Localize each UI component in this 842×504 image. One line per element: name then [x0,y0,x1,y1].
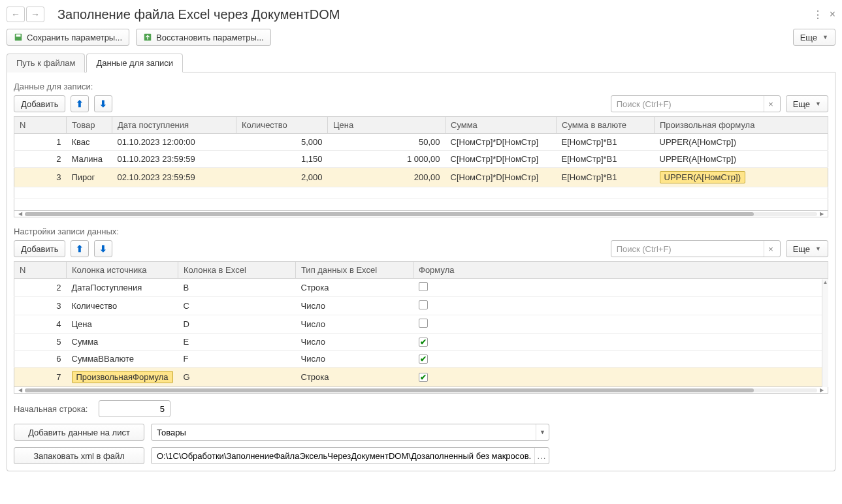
settings-table[interactable]: N Колонка источника Колонка в Excel Тип … [14,261,828,387]
table-row[interactable]: 6СуммаВВалютеFЧисло✔ [14,351,828,368]
cell-excel[interactable]: D [178,315,296,334]
cell-src[interactable]: Сумма [67,334,178,351]
settings-search-clear-icon[interactable]: × [764,241,778,257]
cell-date[interactable]: 01.10.2023 12:00:00 [112,134,236,151]
cell-excel[interactable]: C [178,297,296,315]
settings-move-down-button[interactable]: ⬇ [94,240,112,257]
data-more-button[interactable]: Еще ▼ [786,95,828,112]
data-search-input[interactable] [611,95,781,112]
col-formula[interactable]: Произвольная формула [655,117,828,134]
data-add-button[interactable]: Добавить [14,95,65,112]
col-qty[interactable]: Количество [236,117,328,134]
col-product[interactable]: Товар [67,117,112,134]
formula-checkbox[interactable]: ✔ [419,354,428,364]
start-row-input[interactable] [99,400,170,417]
cell-n[interactable]: 1 [14,134,67,151]
file-path-input[interactable] [151,447,549,464]
cell-formula[interactable]: UPPER(A[НомСтр]) [655,151,828,168]
cell-formula[interactable]: UPPER(A[НомСтр]) [660,171,745,183]
cell-formula[interactable]: UPPER(A[НомСтр]) [655,134,828,151]
cell-price[interactable]: 1 000,00 [328,151,445,168]
cell-date[interactable]: 01.10.2023 23:59:59 [112,151,236,168]
data-move-up-button[interactable]: ⬆ [71,95,89,112]
formula-checkbox[interactable] [419,282,428,291]
formula-checkbox[interactable] [419,319,428,328]
col-sum-cur[interactable]: Сумма в валюте [557,117,655,134]
cell-type[interactable]: Число [296,334,413,351]
cell-excel[interactable]: F [178,351,296,368]
col-date[interactable]: Дата поступления [112,117,236,134]
settings-vscroll[interactable]: ▲ [822,279,828,387]
save-params-button[interactable]: Сохранить параметры... [7,29,129,46]
scol-src[interactable]: Колонка источника [67,262,178,279]
table-row[interactable]: 1Квас01.10.2023 12:00:005,00050,00C[НомС… [14,134,828,151]
cell-sumcur[interactable]: E[НомСтр]*B1 [557,151,655,168]
cell-n[interactable]: 3 [14,297,67,315]
nav-back-button[interactable]: ← [7,7,25,22]
cell-type[interactable]: Строка [296,368,413,387]
cell-n[interactable]: 5 [14,334,67,351]
cell-date[interactable]: 02.10.2023 23:59:59 [112,168,236,187]
settings-more-button[interactable]: Еще ▼ [786,240,828,257]
cell-type[interactable]: Число [296,315,413,334]
sheet-dropdown-icon[interactable]: ▼ [536,424,549,440]
col-price[interactable]: Цена [328,117,445,134]
col-n[interactable]: N [14,117,67,134]
formula-checkbox[interactable]: ✔ [419,373,428,382]
scol-formula[interactable]: Формула [413,262,828,279]
file-browse-icon[interactable]: ... [534,448,549,464]
cell-qty[interactable]: 2,000 [236,168,328,187]
settings-hscroll[interactable]: ◀ ▶ [14,387,828,394]
settings-search-input[interactable] [611,240,781,257]
nav-forward-button[interactable]: → [26,7,44,22]
cell-sumcur[interactable]: E[НомСтр]*B1 [557,168,655,187]
data-search-clear-icon[interactable]: × [764,96,778,112]
cell-type[interactable]: Число [296,351,413,368]
cell-excel[interactable]: E [178,334,296,351]
table-row[interactable]: 3КоличествоCЧисло [14,297,828,315]
kebab-icon[interactable]: ⋮ [813,8,823,21]
cell-src[interactable]: Количество [67,297,178,315]
cell-excel[interactable]: B [178,279,296,297]
cell-n[interactable]: 6 [14,351,67,368]
cell-src[interactable]: ПроизвольнаяФормула [72,371,173,383]
cell-sumcur[interactable]: E[НомСтр]*B1 [557,134,655,151]
scol-type[interactable]: Тип данных в Excel [296,262,413,279]
cell-type[interactable]: Число [296,297,413,315]
cell-n[interactable]: 2 [14,151,67,168]
pack-xml-button[interactable]: Запаковать xml в файл [14,447,144,464]
settings-add-button[interactable]: Добавить [14,240,65,257]
scol-excel[interactable]: Колонка в Excel [178,262,296,279]
settings-move-up-button[interactable]: ⬆ [71,240,89,257]
cell-n[interactable]: 4 [14,315,67,334]
sheet-name-input[interactable] [151,424,549,441]
cell-qty[interactable]: 1,150 [236,151,328,168]
table-row[interactable]: 5СуммаEЧисло✔ [14,334,828,351]
cell-src[interactable]: СуммаВВалюте [67,351,178,368]
tab-data[interactable]: Данные для записи [86,54,183,72]
data-move-down-button[interactable]: ⬇ [94,95,112,112]
table-row[interactable]: 3Пирог02.10.2023 23:59:592,000200,00C[Но… [14,168,828,187]
cell-price[interactable]: 50,00 [328,134,445,151]
table-row[interactable]: 4ЦенаDЧисло [14,315,828,334]
table-row[interactable]: 7ПроизвольнаяФормулаGСтрока✔ [14,368,828,387]
data-table[interactable]: N Товар Дата поступления Количество Цена… [14,116,828,211]
cell-excel[interactable]: G [178,368,296,387]
cell-qty[interactable]: 5,000 [236,134,328,151]
cell-sum[interactable]: C[НомСтр]*D[НомСтр] [445,168,557,187]
tab-path[interactable]: Путь к файлам [7,54,85,72]
more-button-top[interactable]: Еще ▼ [793,29,835,46]
cell-type[interactable]: Строка [296,279,413,297]
add-to-sheet-button[interactable]: Добавить данные на лист [14,424,144,441]
formula-checkbox[interactable] [419,300,428,309]
cell-sum[interactable]: C[НомСтр]*D[НомСтр] [445,151,557,168]
cell-price[interactable]: 200,00 [328,168,445,187]
close-icon[interactable]: × [830,8,835,21]
formula-checkbox[interactable]: ✔ [419,338,428,347]
table-row[interactable]: 2Малина01.10.2023 23:59:591,1501 000,00C… [14,151,828,168]
restore-params-button[interactable]: Восстановить параметры... [136,29,271,46]
data-hscroll[interactable]: ◀ ▶ [14,211,828,217]
cell-product[interactable]: Малина [67,151,112,168]
col-sum[interactable]: Сумма [445,117,557,134]
scol-n[interactable]: N [14,262,67,279]
